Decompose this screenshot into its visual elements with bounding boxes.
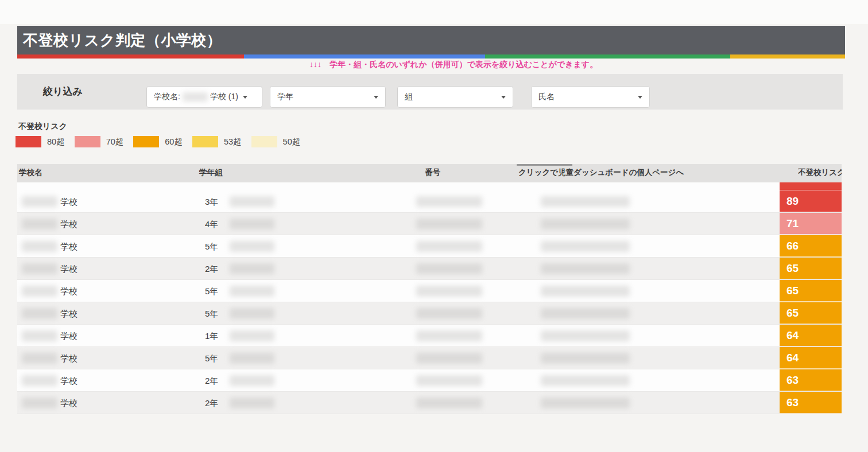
class-dropdown[interactable]: 組: [397, 86, 513, 108]
brand-color-stripe: [17, 54, 845, 59]
grade-cell: 5年: [205, 302, 218, 325]
header-dashboard-link: クリックで児童ダッシュボードの個人ページへ: [518, 164, 684, 181]
school-cell: 学校: [60, 190, 78, 213]
risk-score-cell: 63: [780, 392, 842, 414]
school-cell: 学校: [60, 392, 78, 414]
stripe-segment-red: [17, 54, 244, 59]
school-cell: 学校: [60, 280, 78, 302]
page-title: 不登校リスク判定（小学校）: [17, 26, 845, 54]
redacted-text: [541, 353, 630, 364]
filter-bar: 絞り込み 学校名: 学校 (1) 学年 組 氏名: [17, 74, 843, 110]
header-number: 番号: [425, 164, 440, 181]
redacted-text: [416, 241, 482, 252]
redacted-text: [416, 263, 482, 274]
grade-cell: 2年: [205, 392, 218, 414]
redacted-text: [230, 286, 274, 297]
redacted-text: [230, 398, 274, 408]
table-row[interactable]: 学校 4年 71: [17, 213, 842, 235]
redacted-text: [22, 353, 57, 364]
redacted-text: [22, 398, 57, 408]
filter-hint-text: ↓↓↓ 学年・組・氏名のいずれか（併用可）で表示を絞り込むことができます。: [57, 60, 850, 70]
legend-swatch-yellow: [192, 136, 218, 147]
redacted-text: [541, 308, 630, 319]
school-cell: 学校: [60, 369, 78, 392]
redacted-text: [22, 286, 57, 297]
redacted-text: [416, 398, 482, 408]
redacted-text: [416, 308, 482, 319]
risk-score-cell: 64: [780, 325, 842, 346]
header-school-name: 学校名: [19, 164, 42, 181]
redacted-text: [230, 219, 274, 229]
redacted-text: [230, 241, 274, 252]
redacted-text: [22, 241, 57, 252]
table-row[interactable]: 学校 2年 65: [17, 258, 842, 280]
redacted-text: [541, 398, 630, 408]
name-dropdown[interactable]: 氏名: [531, 86, 650, 108]
table-row[interactable]: 学校 2年 63: [17, 369, 842, 392]
grade-cell: 5年: [205, 347, 218, 369]
risk-table: 学校名 学年組 番号 クリックで児童ダッシュボードの個人ページへ 不登校リスク …: [17, 164, 842, 414]
legend-label: 50超: [283, 136, 301, 147]
legend-swatch-red: [16, 136, 41, 147]
redacted-text: [230, 375, 274, 386]
grade-cell: 3年: [205, 190, 218, 213]
chevron-down-icon: [501, 96, 506, 99]
school-cell: 学校: [60, 235, 78, 258]
redacted-text: [541, 241, 630, 252]
chevron-down-icon: [243, 96, 247, 99]
table-row[interactable]: 学校 5年 65: [17, 302, 842, 325]
legend-label: 60超: [165, 136, 183, 147]
redacted-text: [230, 308, 274, 319]
redacted-text: [22, 308, 57, 319]
legend-swatch-orange: [133, 136, 159, 147]
redacted-text: [230, 263, 274, 274]
legend-item: 70超: [75, 136, 124, 147]
redacted-text: [541, 330, 630, 341]
redacted-text: [416, 286, 482, 297]
legend-label: 53超: [224, 136, 242, 147]
redacted-text: [541, 375, 630, 386]
legend-title: 不登校リスク: [18, 122, 67, 132]
table-row[interactable]: 学校 5年 65: [17, 280, 842, 302]
redacted-text: [416, 375, 482, 386]
top-white-band: [0, 0, 868, 24]
grade-dropdown-label: 学年: [277, 92, 293, 102]
risk-score-cell: 71: [780, 213, 842, 235]
legend-item: 80超: [16, 136, 65, 147]
table-row[interactable]: 学校 2年 63: [17, 392, 842, 414]
grade-cell: 2年: [205, 258, 218, 280]
table-row[interactable]: 学校 1年 64: [17, 325, 842, 347]
redacted-text: [416, 219, 482, 229]
risk-score-cell: 64: [780, 347, 842, 369]
risk-score-cell: 65: [780, 302, 842, 324]
stripe-segment-green: [485, 54, 730, 59]
redacted-text: [416, 353, 482, 364]
filter-label: 絞り込み: [43, 74, 83, 110]
school-name-dropdown[interactable]: 学校名: 学校 (1): [146, 86, 262, 108]
table-row[interactable]: 学校 3年 89: [17, 190, 842, 213]
grade-dropdown[interactable]: 学年: [270, 86, 386, 108]
table-header-row: 学校名 学年組 番号 クリックで児童ダッシュボードの個人ページへ 不登校リスク: [17, 164, 842, 182]
redacted-school-name: [183, 92, 208, 102]
risk-score-cell: 63: [780, 369, 842, 391]
redacted-text: [541, 286, 630, 297]
school-cell: 学校: [60, 325, 78, 347]
risk-score-cell: 89: [780, 190, 842, 212]
legend-item: 60超: [133, 136, 183, 147]
redacted-text: [541, 263, 630, 274]
partial-scrolled-row: [17, 182, 842, 190]
school-dropdown-value: 学校 (1): [210, 92, 238, 102]
legend-swatch-pink: [75, 136, 100, 147]
legend-item: 53超: [192, 136, 242, 147]
redacted-text: [541, 196, 630, 207]
redacted-text: [541, 219, 630, 229]
redacted-text: [230, 353, 274, 364]
risk-score-cell: 66: [780, 235, 842, 257]
redacted-text: [416, 330, 482, 341]
table-row[interactable]: 学校 5年 66: [17, 235, 842, 258]
school-cell: 学校: [60, 258, 78, 280]
redacted-text: [22, 375, 57, 386]
grade-cell: 5年: [205, 280, 218, 302]
table-row[interactable]: 学校 5年 64: [17, 347, 842, 369]
grade-cell: 1年: [205, 325, 218, 347]
